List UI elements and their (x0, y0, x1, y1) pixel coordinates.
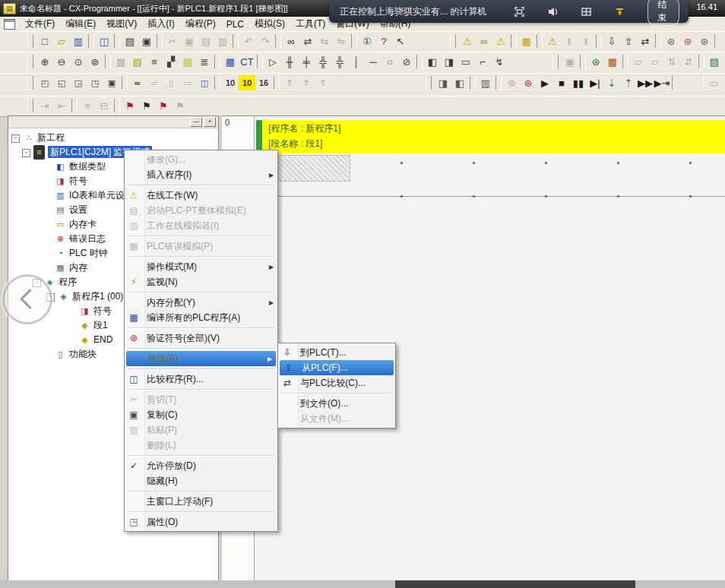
new-or-contact[interactable]: ╬ (315, 54, 331, 69)
toolbar-grip[interactable] (27, 34, 33, 48)
paste-special[interactable]: ▥ (214, 33, 231, 49)
find-symbol[interactable]: ⇋ (333, 33, 350, 49)
paste[interactable]: ▤ (198, 33, 214, 49)
submenu-to-file[interactable]: 到文件(O)... (278, 396, 395, 411)
menu-simulation[interactable]: 模拟(S) (249, 17, 290, 31)
fb-instance[interactable]: ▱ (146, 75, 163, 90)
menu-plc[interactable]: PLC (221, 18, 249, 30)
undo[interactable]: ↶ (240, 33, 257, 49)
cascade-windows[interactable]: ◱ (53, 75, 70, 90)
menu-delete[interactable]: 删除(L) (125, 438, 277, 453)
invert-instruction[interactable]: ↯ (491, 54, 508, 69)
work-online[interactable]: ⚠ (459, 33, 476, 49)
screen-switch-icon[interactable] (579, 5, 593, 18)
menu-edit[interactable]: 编辑(E) (60, 17, 101, 31)
save[interactable]: ▥ (70, 33, 87, 49)
menu-file[interactable]: 文件(F) (20, 17, 60, 31)
toolbar-grip[interactable] (27, 99, 33, 112)
menu-copy[interactable]: ▣复制(C) (125, 407, 277, 422)
watch-window-4[interactable]: ⇵ (680, 54, 697, 69)
menu-plc-error-simulation[interactable]: ▦PLC错误模拟(P) (125, 239, 277, 254)
bookmark-black[interactable]: ⚑ (138, 98, 155, 113)
new-block[interactable]: ⌐ (474, 54, 491, 69)
compare-with-plc-icon[interactable]: ⇄ (637, 33, 654, 49)
watch-tab-2[interactable]: ◧ (451, 75, 468, 90)
bookmark-red[interactable]: ⚑ (122, 98, 138, 113)
submenu-from-plc[interactable]: ⇧从PLC(F)... (280, 360, 394, 375)
indent[interactable]: ⇥ (36, 98, 53, 113)
force-cancel[interactable]: ⇑ (315, 75, 331, 90)
arrange-icons[interactable]: ▣ (103, 75, 120, 90)
toolbar-grip[interactable] (27, 55, 33, 68)
partial-transfer-2[interactable]: ⊛ (679, 33, 696, 49)
menu-memory-allocation[interactable]: 内存分配(Y) (125, 295, 277, 310)
online-edit-send[interactable]: ▣ (562, 54, 578, 69)
panel-close-button[interactable]: × (204, 117, 216, 127)
partial-transfer-3[interactable]: ⊛ (696, 33, 713, 49)
symbol-tree-toggle[interactable]: ▤ (706, 54, 723, 69)
zoom-100[interactable]: ⊙ (70, 54, 87, 69)
fb-definition[interactable]: ▯ (163, 75, 179, 90)
new-diff-down-contact[interactable]: ◨ (441, 54, 457, 69)
remote-tool-icon[interactable] (613, 5, 626, 18)
remote-side-handle[interactable] (2, 274, 52, 324)
menu-work-online[interactable]: ⚠在线工作(W) (125, 188, 277, 203)
copy[interactable]: ▣ (181, 33, 198, 49)
ladder-view[interactable]: ▤ (179, 54, 196, 69)
menu-operating-mode[interactable]: 操作模式(M) (125, 259, 277, 274)
sim-step-in[interactable]: ⇣ (603, 75, 620, 90)
pause-rom[interactable]: ‖ (561, 33, 578, 49)
bookmark-next[interactable]: ⚑ (155, 98, 172, 113)
toolbar-grip[interactable] (27, 76, 33, 90)
monitor-hex[interactable]: 16 (255, 75, 272, 90)
pw-window-1[interactable]: ▭ (705, 75, 722, 90)
toolbar-grip[interactable] (552, 55, 559, 68)
clock-timer[interactable]: CT (239, 54, 255, 69)
sim-step[interactable]: ▶| (587, 75, 603, 90)
menu-tools[interactable]: 工具(T) (290, 17, 331, 31)
new-instruction[interactable]: ▭ (457, 54, 474, 69)
show-project-tree[interactable]: ◰ (36, 75, 53, 90)
sim-continuous[interactable]: ▶▶ (637, 75, 654, 90)
cross-reference[interactable]: ▞ (163, 54, 179, 69)
menu-paste[interactable]: ▤粘贴(P) (125, 422, 277, 438)
tree-expand-box[interactable]: - (11, 134, 20, 143)
new-closed-coil[interactable]: ⊘ (398, 54, 415, 69)
toolbar-grip[interactable] (426, 76, 432, 90)
print-preview[interactable]: ▣ (138, 33, 155, 49)
context-help[interactable]: ↖ (392, 33, 409, 49)
online-edit[interactable]: ⚠ (544, 33, 561, 49)
sim-scan-run[interactable]: ⊛ (520, 75, 537, 90)
align-rungs[interactable]: ≡ (79, 98, 96, 113)
upload-from-plc[interactable]: ⇧ (620, 33, 637, 49)
help-topics[interactable]: ? (375, 33, 392, 49)
cut[interactable]: ✂ (164, 33, 181, 49)
new-closed-contact[interactable]: ╪ (298, 54, 315, 69)
force-status[interactable]: ⊛ (587, 54, 604, 69)
watch-tab-1[interactable]: ◨ (435, 75, 451, 90)
tile-horizontal[interactable]: ◲ (70, 75, 87, 90)
zoom-in[interactable]: ⊕ (36, 54, 53, 69)
tree-expand-box[interactable]: - (22, 149, 30, 157)
menu-hide[interactable]: 隐藏(H) (125, 473, 277, 488)
find[interactable]: ∞ (283, 33, 299, 49)
sim-transfer[interactable]: ▥ (477, 75, 494, 90)
menu-programming[interactable]: 编程(P) (180, 17, 221, 31)
new-diff-up-contact[interactable]: ◧ (424, 54, 441, 69)
vertical-line[interactable]: │ (348, 54, 365, 69)
redo[interactable]: ↷ (257, 33, 274, 49)
sim-step-out[interactable]: ⇡ (620, 75, 637, 90)
sim-pause[interactable]: ▮▮ (570, 75, 587, 90)
partial-transfer-1[interactable]: ⊛ (663, 33, 679, 49)
menu-modify[interactable]: 修改(G)... (125, 152, 277, 167)
menu-compare-program[interactable]: ◫比较程序(R)... (125, 371, 277, 387)
print[interactable]: ▤ (122, 33, 138, 49)
menu-monitor[interactable]: ⚡监视(N) (125, 274, 277, 289)
menu-online-simulator[interactable]: ▥工作在线模拟器(I) (125, 218, 277, 233)
force-on[interactable]: ⇑ (281, 75, 298, 90)
fb-library[interactable]: ◫ (196, 75, 213, 90)
end-session-button[interactable]: 结束 (647, 0, 679, 26)
transfer-warning[interactable]: ▦ (518, 33, 535, 49)
fullscreen-icon[interactable] (512, 5, 526, 18)
menu-float-in-main-window[interactable]: 主窗口上浮动(F) (125, 494, 277, 509)
